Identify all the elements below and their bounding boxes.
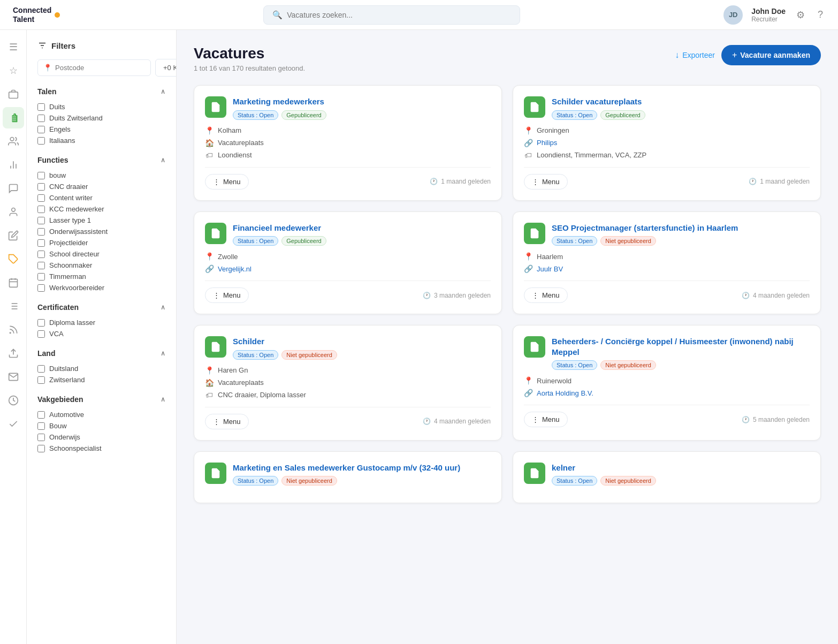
menu-button-5[interactable]: ⋮ Menu	[205, 414, 249, 429]
badge-status-4: Status : Open	[552, 236, 597, 246]
checkbox-school-directeur[interactable]	[37, 251, 45, 258]
filter-item-bouw-vak[interactable]: Bouw	[37, 420, 165, 431]
sidebar-item-check[interactable]	[3, 413, 24, 435]
job-title-1[interactable]: Marketing medewerkers	[233, 96, 326, 107]
checkbox-onderwijsassistent[interactable]	[37, 228, 45, 236]
job-4-employer: 🔗 Juulr BV	[524, 264, 810, 273]
menu-button-2[interactable]: ⋮ Menu	[524, 174, 568, 190]
km-select[interactable]: +0 KM +5 KM +10 KM +20 KM +50 KM	[155, 59, 177, 77]
sidebar-item-vacatures[interactable]	[3, 107, 24, 128]
checkbox-schoonmaker[interactable]	[37, 262, 45, 269]
checkbox-onderwijs[interactable]	[37, 434, 45, 441]
settings-button[interactable]: ⚙	[794, 7, 807, 23]
filter-item-duitsland[interactable]: Duitsland	[37, 363, 165, 374]
checkbox-duitsland[interactable]	[37, 365, 45, 373]
export-button[interactable]: ↓ Exporteer	[675, 50, 715, 60]
checkbox-bouw-vak[interactable]	[37, 422, 45, 430]
job-card-5-info: Schilder Status : Open Niet gepubliceerd	[233, 336, 337, 360]
checkbox-lasser-type-1[interactable]	[37, 217, 45, 224]
sidebar-item-chart[interactable]	[3, 154, 24, 176]
filter-item-diploma-lasser[interactable]: Diploma lasser	[37, 317, 165, 328]
checkbox-duits[interactable]	[37, 103, 45, 111]
checkbox-bouw[interactable]	[37, 172, 45, 179]
checkbox-content-writer[interactable]	[37, 194, 45, 202]
filter-item-lasser-type-1[interactable]: Lasser type 1	[37, 215, 165, 226]
filter-item-cnc-draaier[interactable]: CNC draaier	[37, 181, 165, 192]
checkbox-zwitserland[interactable]	[37, 376, 45, 384]
filter-item-schoonspecialist[interactable]: Schoonspecialist	[37, 443, 165, 454]
checkbox-italiaans[interactable]	[37, 137, 45, 145]
create-vacature-button[interactable]: + Vacature aanmaken	[721, 45, 821, 65]
checkbox-schoonspecialist[interactable]	[37, 445, 45, 452]
checkbox-automotive[interactable]	[37, 411, 45, 419]
location-icon: 📍	[43, 64, 52, 72]
filter-section-functies-header[interactable]: Functies ∧	[37, 156, 165, 164]
sidebar-item-edit[interactable]	[3, 225, 24, 246]
menu-button-3[interactable]: ⋮ Menu	[205, 287, 249, 303]
sidebar-item-clock[interactable]	[3, 390, 24, 411]
filter-section-talen-header[interactable]: Talen ∧	[37, 87, 165, 96]
sidebar-item-favorites[interactable]: ☆	[3, 60, 24, 81]
sidebar-item-menu[interactable]: ☰	[3, 36, 24, 58]
checkbox-timmerman[interactable]	[37, 273, 45, 281]
filter-item-bouw[interactable]: bouw	[37, 170, 165, 181]
checkbox-werkvoorbereider[interactable]	[37, 284, 45, 292]
menu-button-4[interactable]: ⋮ Menu	[524, 287, 568, 303]
sidebar-item-profile[interactable]	[3, 201, 24, 223]
job-title-5[interactable]: Schilder	[233, 336, 337, 347]
checkbox-projectleider[interactable]	[37, 239, 45, 247]
filter-item-onderwijsassistent[interactable]: Onderwijsassistent	[37, 226, 165, 237]
filter-item-school-directeur[interactable]: School directeur	[37, 248, 165, 260]
main-content: Vacatures 1 tot 16 van 170 resultaten ge…	[177, 30, 838, 644]
sidebar-item-people[interactable]	[3, 131, 24, 152]
job-title-2[interactable]: Schilder vacatureplaats	[552, 96, 645, 107]
checkbox-kcc-medewerker[interactable]	[37, 206, 45, 213]
menu-button-1[interactable]: ⋮ Menu	[205, 174, 249, 190]
sidebar-item-calendar[interactable]	[3, 272, 24, 293]
filter-item-engels[interactable]: Engels	[37, 124, 165, 135]
filter-item-schoonmaker[interactable]: Schoonmaker	[37, 260, 165, 271]
search-input[interactable]	[287, 11, 511, 19]
filter-section-certificaten-header[interactable]: Certificaten ∧	[37, 303, 165, 312]
filter-item-italiaans[interactable]: Italiaans	[37, 135, 165, 146]
sidebar-item-mail[interactable]	[3, 366, 24, 388]
filter-item-duits-zwitserland[interactable]: Duits Zwitserland	[37, 112, 165, 124]
filter-item-zwitserland[interactable]: Zwitserland	[37, 374, 165, 385]
menu-button-6[interactable]: ⋮ Menu	[524, 412, 568, 427]
sidebar-item-list[interactable]	[3, 296, 24, 317]
filter-section-land-header[interactable]: Land ∧	[37, 349, 165, 358]
employer-link-2[interactable]: Philips	[537, 139, 557, 147]
employer-link-4[interactable]: Juulr BV	[537, 265, 563, 273]
checkbox-vca[interactable]	[37, 330, 45, 338]
filter-item-onderwijs[interactable]: Onderwijs	[37, 431, 165, 443]
postcode-input[interactable]	[55, 64, 145, 72]
filter-item-timmerman[interactable]: Timmerman	[37, 271, 165, 282]
job-title-6[interactable]: Beheerders- / Conciërge koppel / Huismee…	[552, 336, 810, 357]
job-5-time: 🕐 4 maanden geleden	[423, 418, 491, 425]
employer-link-6[interactable]: Aorta Holding B.V.	[537, 389, 593, 397]
job-title-3[interactable]: Financieel medewerker	[233, 223, 326, 233]
filter-item-projectleider[interactable]: Projectleider	[37, 237, 165, 248]
checkbox-engels[interactable]	[37, 126, 45, 133]
page-title-group: Vacatures 1 tot 16 van 170 resultaten ge…	[194, 45, 305, 72]
help-button[interactable]: ?	[816, 7, 825, 22]
checkbox-diploma-lasser[interactable]	[37, 319, 45, 327]
checkbox-cnc-draaier[interactable]	[37, 183, 45, 191]
filter-section-vakgebieden-header[interactable]: Vakgebieden ∧	[37, 395, 165, 404]
job-title-7[interactable]: Marketing en Sales medewerker Gustocamp …	[233, 463, 460, 473]
sidebar-item-briefcase[interactable]	[3, 84, 24, 105]
filter-item-content-writer[interactable]: Content writer	[37, 192, 165, 203]
sidebar-item-tag[interactable]	[3, 248, 24, 270]
checkbox-duits-zwitserland[interactable]	[37, 115, 45, 122]
filter-item-duits[interactable]: Duits	[37, 101, 165, 112]
sidebar-item-chat[interactable]	[3, 178, 24, 199]
filter-item-automotive[interactable]: Automotive	[37, 409, 165, 420]
filter-item-kcc-medewerker[interactable]: KCC medewerker	[37, 203, 165, 215]
sidebar-item-rss[interactable]	[3, 319, 24, 340]
employer-link-3[interactable]: Vergelijk.nl	[218, 265, 252, 273]
job-title-8[interactable]: kelner	[552, 463, 656, 473]
sidebar-item-upload[interactable]	[3, 343, 24, 364]
filter-item-werkvoorbereider[interactable]: Werkvoorbereider	[37, 282, 165, 293]
job-title-4[interactable]: SEO Projectmanager (startersfunctie) in …	[552, 223, 738, 233]
filter-item-vca[interactable]: VCA	[37, 328, 165, 339]
